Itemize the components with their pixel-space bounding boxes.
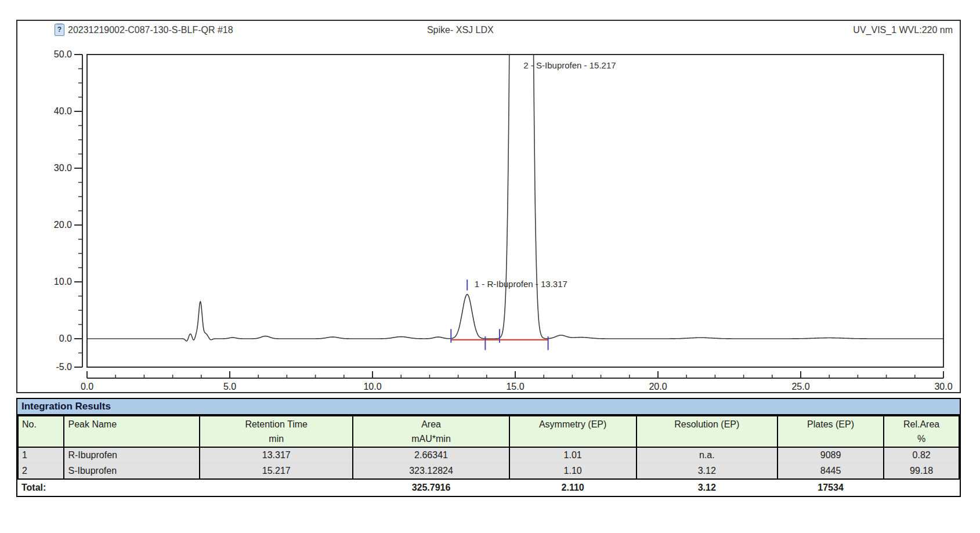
x-tick-label: 10.0 xyxy=(363,382,381,391)
channel-label: UV_VIS_1 WVL:220 nm xyxy=(853,25,953,35)
sample-id-label: 20231219002-C087-130-S-BLF-QR #18 xyxy=(68,25,233,35)
y-tick-label: 10.0 xyxy=(54,277,72,287)
column-header-no-: No. xyxy=(18,416,64,447)
integration-results-table: No. Peak Name Retention TimeminAreamAU*m… xyxy=(17,415,960,496)
column-header-retention-time: Retention Timemin xyxy=(200,416,353,447)
peak-label: 2 - S-Ibuprofen - 15.217 xyxy=(523,60,616,70)
column-header-resolution-ep-: Resolution (EP) xyxy=(637,416,778,447)
column-header-asymmetry-ep-: Asymmetry (EP) xyxy=(509,416,637,447)
total-cell xyxy=(200,479,353,496)
integration-results-title: Integration Results xyxy=(17,399,960,415)
table-cell: 2.66341 xyxy=(353,447,509,463)
x-tick-label: 20.0 xyxy=(649,382,667,391)
column-header-area: AreamAU*min xyxy=(353,416,509,447)
table-cell: 9089 xyxy=(778,447,884,463)
table-cell: R-Ibuprofen xyxy=(64,447,200,463)
table-cell: 323.12824 xyxy=(353,463,509,480)
table-cell: 99.18 xyxy=(884,463,959,480)
column-header-rel-area: Rel.Area% xyxy=(884,416,959,447)
y-tick-label: 0.0 xyxy=(59,333,72,343)
total-cell: 17534 xyxy=(778,479,884,496)
x-tick-label: 15.0 xyxy=(506,382,524,391)
table-cell: 1.01 xyxy=(509,447,637,463)
column-header-plates-ep-: Plates (EP) xyxy=(778,416,884,447)
total-cell: 2.110 xyxy=(509,479,637,496)
total-cell xyxy=(64,479,200,496)
table-cell: 3.12 xyxy=(637,463,778,480)
peak-label: 1 - R-Ibuprofen - 13.317 xyxy=(475,279,567,289)
plot-frame xyxy=(87,55,943,367)
y-tick-label: -5.0 xyxy=(56,362,72,372)
table-cell: 13.317 xyxy=(200,447,353,463)
report-page: ? 20231219002-C087-130-S-BLF-QR #18 Spik… xyxy=(0,0,980,533)
total-row: Total:325.79162.1103.1217534 xyxy=(18,479,959,496)
total-cell: 325.7916 xyxy=(353,479,509,496)
y-tick-label: 20.0 xyxy=(54,220,72,230)
table-cell: 8445 xyxy=(778,463,884,480)
table-cell: 0.82 xyxy=(884,447,959,463)
chart-titlebar: ? 20231219002-C087-130-S-BLF-QR #18 Spik… xyxy=(17,21,960,38)
table-cell: 15.217 xyxy=(200,463,353,480)
x-tick-label: 0.0 xyxy=(81,382,93,391)
chromatogram-trace xyxy=(87,38,943,341)
total-cell: 3.12 xyxy=(637,479,778,496)
column-header-peak-name: Peak Name xyxy=(64,416,200,447)
table-cell: S-Ibuprofen xyxy=(64,463,200,480)
x-tick-label: 30.0 xyxy=(934,382,952,391)
table-cell: 2 xyxy=(18,463,64,480)
x-tick-label: 25.0 xyxy=(791,382,809,391)
total-cell: Total: xyxy=(18,479,64,496)
peak-row[interactable]: 1R-Ibuprofen13.3172.663411.01n.a.90890.8… xyxy=(18,447,959,463)
total-cell xyxy=(884,479,959,496)
vial-question-icon: ? xyxy=(55,24,64,36)
sample-name-label: Spike- XSJ LDX xyxy=(427,25,494,35)
table-cell: n.a. xyxy=(637,447,778,463)
table-cell: 1 xyxy=(18,447,64,463)
peak-row[interactable]: 2S-Ibuprofen15.217323.128241.103.1284459… xyxy=(18,463,959,480)
table-cell: 1.10 xyxy=(509,463,637,480)
chromatogram-plot[interactable]: 50.040.030.020.010.00.0-5.00.05.010.015.… xyxy=(17,38,960,392)
x-tick-label: 5.0 xyxy=(223,382,236,391)
integration-results-section: Integration Results No. Peak Name Retent… xyxy=(16,398,961,497)
y-tick-label: 40.0 xyxy=(54,106,72,116)
y-tick-label: 50.0 xyxy=(54,49,72,59)
chromatogram-panel: ? 20231219002-C087-130-S-BLF-QR #18 Spik… xyxy=(16,20,961,393)
y-tick-label: 30.0 xyxy=(54,163,72,173)
